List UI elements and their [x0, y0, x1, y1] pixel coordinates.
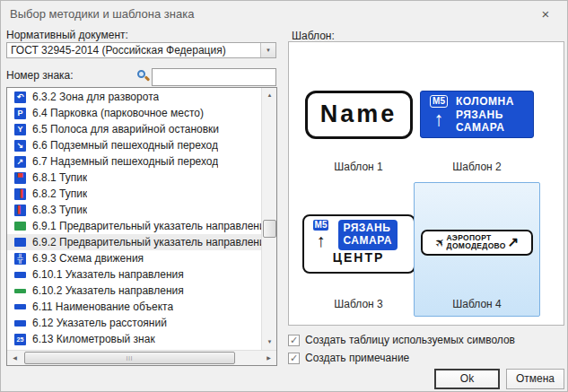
- dialog-title: Выбор методики и шаблона знака: [10, 7, 194, 21]
- checkbox-note-label: Создать примечание: [305, 352, 409, 364]
- template-group-label: Шаблон:: [290, 30, 336, 42]
- sign-icon: [14, 320, 26, 327]
- checkbox-symbols-label: Создать таблицу используемых символов: [305, 334, 515, 346]
- sign-icon: [14, 289, 26, 293]
- template-4-preview: ✈ АЭРОПОРТ ДОМОДЕДОВО ↗: [415, 183, 539, 294]
- destination-line: РЯЗАНЬ: [456, 109, 514, 121]
- horizontal-scrollbar[interactable]: ◀ ||| ▶: [7, 350, 276, 365]
- checkbox-note[interactable]: ✓: [288, 353, 300, 364]
- scroll-left-icon[interactable]: ◀: [7, 351, 22, 366]
- sign-icon: [14, 238, 26, 247]
- sign-icon: ↗: [14, 156, 26, 168]
- dialog-window: Выбор методики и шаблона знака × Нормати…: [0, 0, 568, 392]
- airport-sign: ✈ АЭРОПОРТ ДОМОДЕДОВО ↗: [421, 230, 533, 256]
- name-sign: Name: [305, 91, 413, 139]
- template-tile-4[interactable]: ✈ АЭРОПОРТ ДОМОДЕДОВО ↗ Шаблон 4: [414, 182, 540, 317]
- list-item[interactable]: ↗6.7 Надземный пешеходный переход: [7, 153, 262, 170]
- sign-icon: P: [14, 108, 26, 119]
- template-tile-3[interactable]: М5 ↑ РЯЗАНЬ САМАРА ЦЕНТР Шаблон 3: [295, 182, 422, 317]
- list-item-label: 6.3.2 Зона для разворота: [32, 91, 159, 103]
- list-item[interactable]: 6.9.2 Предварительный указатель направле…: [7, 234, 262, 250]
- scroll-up-icon[interactable]: ▲: [262, 88, 277, 103]
- route-badge: М5: [430, 95, 448, 108]
- center-label: ЦЕНТР: [309, 250, 409, 265]
- list-item[interactable]: 6.12 Указатель расстояний: [7, 315, 262, 331]
- sign-list-rows: ↶6.3.2 Зона для разворотаP6.4 Парковка (…: [7, 89, 262, 351]
- vertical-scrollbar[interactable]: ▲ ▼: [261, 88, 276, 350]
- sign-icon: 25: [14, 334, 26, 345]
- list-item[interactable]: 6.10.1 Указатель направления: [7, 266, 262, 283]
- list-item[interactable]: 6.11 Наименование объекта: [7, 299, 262, 315]
- list-item[interactable]: ▌6.8.3 Тупик: [7, 202, 262, 218]
- list-item-label: 6.9.2 Предварительный указатель направле…: [32, 236, 262, 248]
- checkbox-row-note[interactable]: ✓ Создать примечание: [288, 352, 409, 364]
- template-tile-1[interactable]: Name Шаблон 1: [295, 48, 422, 179]
- normative-document-label: Нормативный документ:: [6, 29, 128, 41]
- scroll-down-icon[interactable]: ▼: [262, 335, 277, 350]
- sign-icon: Y: [14, 124, 26, 135]
- normative-document-select[interactable]: ГОСТ 32945-2014 (Российская Федерация) ▼: [6, 42, 276, 58]
- chevron-down-icon[interactable]: ▼: [260, 43, 275, 57]
- destination-line: КОЛОМНА: [456, 95, 514, 108]
- list-item-label: 6.10.1 Указатель направления: [32, 268, 184, 281]
- template-2-label: Шаблон 2: [452, 157, 501, 179]
- route-badge: М5: [313, 220, 329, 231]
- list-item-label: 6.7 Надземный пешеходный переход: [32, 155, 218, 168]
- list-item[interactable]: 6.9.1 Предварительный указатель направле…: [7, 218, 262, 234]
- sign-list: ↶6.3.2 Зона для разворотаP6.4 Парковка (…: [6, 87, 277, 366]
- list-item[interactable]: ╬6.9.3 Схема движения: [7, 250, 262, 266]
- list-item-label: 6.9.1 Предварительный указатель направле…: [32, 220, 262, 232]
- close-icon[interactable]: ×: [537, 5, 555, 23]
- list-item-label: 6.5 Полоса для аварийной остановки: [32, 123, 219, 135]
- sign-icon: ╬: [14, 253, 26, 265]
- list-item[interactable]: ↘6.6 Подземный пешеходный переход: [7, 137, 262, 153]
- sign-icon: [14, 304, 26, 309]
- list-item[interactable]: ▀6.8.1 Тупик: [7, 170, 262, 186]
- sign-icon: ▌: [14, 205, 26, 216]
- sign-number-search-input[interactable]: [152, 68, 276, 86]
- list-item-label: 6.12 Указатель расстояний: [32, 317, 167, 329]
- list-item[interactable]: 256.13 Километровый знак: [7, 331, 262, 347]
- up-arrow-icon: ↑: [317, 231, 326, 250]
- template-2-preview: М5 ↑ КОЛОМНА РЯЗАНЬ САМАРА: [415, 48, 539, 157]
- list-item-label: 6.6 Подземный пешеходный переход: [32, 139, 218, 152]
- scroll-right-icon[interactable]: ▶: [261, 351, 276, 366]
- list-item[interactable]: P6.4 Парковка (парковочное место): [7, 105, 262, 121]
- list-item[interactable]: 6.10.2 Указатель направления: [7, 283, 262, 299]
- airplane-icon: ✈: [432, 234, 448, 250]
- search-icon-handle: [144, 75, 150, 81]
- list-item-label: 6.10.2 Указатель направления: [32, 284, 184, 297]
- sign-icon: ▐: [14, 188, 26, 200]
- template-3-label: Шаблон 3: [334, 294, 382, 316]
- checkbox-row-symbols[interactable]: ✓ Создать таблицу используемых символов: [288, 334, 515, 346]
- list-item-label: 6.11 Наименование объекта: [32, 301, 173, 313]
- sign-icon: [14, 222, 26, 231]
- list-item[interactable]: Y6.5 Полоса для аварийной остановки: [7, 121, 262, 137]
- blue-route-sign: М5 ↑ КОЛОМНА РЯЗАНЬ САМАРА: [420, 91, 534, 138]
- list-item[interactable]: ↶6.3.2 Зона для разворота: [7, 89, 262, 105]
- cancel-button[interactable]: Отмена: [506, 369, 564, 389]
- list-item-label: 6.4 Парковка (парковочное место): [32, 107, 204, 119]
- horizontal-scrollbar-thumb[interactable]: |||: [24, 352, 235, 364]
- template-tile-2[interactable]: М5 ↑ КОЛОМНА РЯЗАНЬ САМАРА Шаблон 2: [414, 48, 540, 179]
- sign-icon: ↘: [14, 140, 26, 152]
- list-item-label: 6.9.3 Схема движения: [32, 252, 144, 265]
- white-route-sign: М5 ↑ РЯЗАНЬ САМАРА ЦЕНТР: [302, 214, 415, 274]
- list-item-label: 6.8.1 Тупик: [32, 171, 87, 184]
- checkbox-symbols[interactable]: ✓: [288, 335, 300, 346]
- list-item-label: 6.13 Километровый знак: [32, 333, 155, 345]
- destination-line: ДОМОДЕДОВО: [447, 242, 506, 250]
- template-4-label: Шаблон 4: [452, 294, 501, 316]
- list-item[interactable]: ▐6.8.2 Тупик: [7, 186, 262, 202]
- template-1-preview: Name: [296, 48, 421, 157]
- vertical-scrollbar-thumb[interactable]: [263, 220, 276, 238]
- list-item-label: 6.8.3 Тупик: [32, 204, 87, 216]
- destination-line: РЯЗАНЬ: [344, 222, 392, 234]
- search-icon: [137, 70, 151, 83]
- ok-button[interactable]: Ok: [434, 369, 500, 389]
- template-3-preview: М5 ↑ РЯЗАНЬ САМАРА ЦЕНТР: [296, 183, 421, 294]
- normative-document-value: ГОСТ 32945-2014 (Российская Федерация): [7, 43, 260, 57]
- template-groupbox: Name Шаблон 1 М5 ↑ КОЛОМНА РЯЗАНЬ САМАРА: [288, 41, 564, 326]
- template-1-label: Шаблон 1: [334, 157, 382, 179]
- destination-line: САМАРА: [456, 121, 514, 134]
